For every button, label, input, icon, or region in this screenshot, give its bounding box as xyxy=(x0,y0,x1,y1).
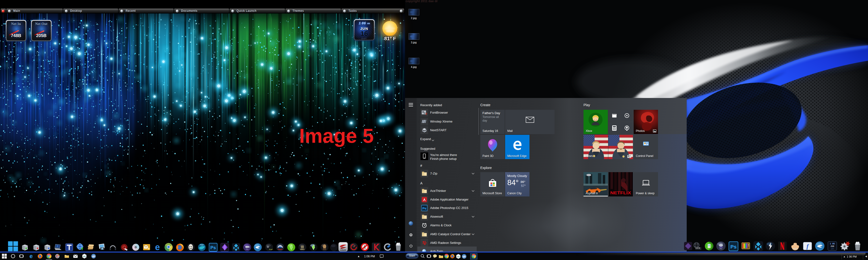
svg-text:Ps: Ps xyxy=(730,244,736,250)
svg-text:VC: VC xyxy=(83,255,86,258)
svg-text:16: 16 xyxy=(831,247,834,250)
svg-text:VC: VC xyxy=(457,256,460,258)
svg-text:Ps: Ps xyxy=(211,245,216,250)
svg-text:e: e xyxy=(29,253,33,259)
svg-text:MW3: MW3 xyxy=(301,248,305,250)
svg-text:qb: qb xyxy=(92,255,95,258)
svg-text:Pilot: Pilot xyxy=(720,248,722,250)
svg-text:PoP: PoP xyxy=(269,249,273,251)
svg-text:1 05: 1 05 xyxy=(830,243,835,245)
svg-text:e: e xyxy=(155,243,160,252)
svg-text:Ps: Ps xyxy=(423,207,427,210)
svg-text:qb: qb xyxy=(463,255,466,258)
svg-text:F: F xyxy=(426,112,428,116)
svg-text:ASUS: ASUS xyxy=(340,249,346,251)
svg-text:NETFLIX: NETFLIX xyxy=(610,191,631,195)
svg-text:PDir: PDir xyxy=(246,249,248,250)
